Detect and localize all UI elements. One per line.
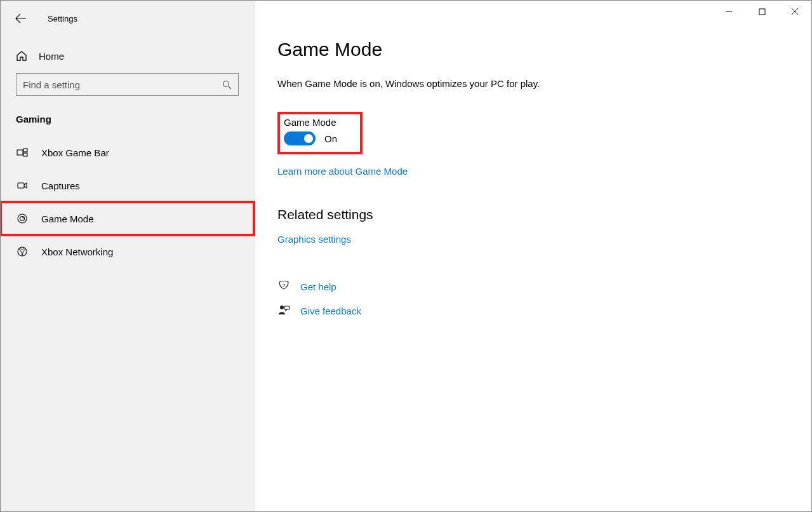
give-feedback-link: Give feedback	[300, 306, 361, 316]
nav-item-xbox-game-bar[interactable]: Xbox Game Bar	[1, 136, 254, 169]
graphics-settings-link[interactable]: Graphics settings	[277, 234, 789, 245]
svg-point-9	[280, 306, 284, 309]
nav-label: Xbox Game Bar	[41, 147, 109, 158]
xbox-icon	[16, 245, 29, 258]
close-button[interactable]	[778, 1, 811, 22]
home-icon	[16, 50, 27, 62]
category-header: Gaming	[16, 114, 239, 136]
home-nav[interactable]: Home	[16, 43, 239, 73]
nav-label: Captures	[41, 180, 80, 191]
toggle-state: On	[324, 133, 337, 144]
learn-more-link[interactable]: Learn more about Game Mode	[277, 166, 789, 177]
home-label: Home	[39, 51, 64, 62]
nav-item-captures[interactable]: Captures	[1, 169, 254, 202]
feedback-icon	[277, 304, 290, 317]
game-mode-toggle[interactable]	[284, 131, 316, 145]
give-feedback-row[interactable]: Give feedback	[277, 304, 789, 317]
nav-item-game-mode[interactable]: Game Mode	[1, 202, 254, 235]
nav-label: Game Mode	[41, 213, 94, 224]
svg-rect-11	[759, 9, 765, 15]
arrow-left-icon	[15, 13, 27, 24]
maximize-button[interactable]	[745, 1, 778, 22]
game-mode-icon	[16, 212, 29, 225]
captures-icon	[16, 179, 29, 192]
page-title: Game Mode	[277, 39, 789, 60]
related-settings-header: Related settings	[277, 207, 789, 222]
svg-rect-3	[23, 153, 27, 156]
close-icon	[791, 8, 799, 15]
app-title: Settings	[48, 14, 77, 24]
search-input[interactable]	[23, 79, 222, 90]
toggle-label: Game Mode	[284, 117, 337, 128]
game-bar-icon	[16, 146, 29, 159]
window-controls	[712, 1, 811, 22]
game-mode-toggle-group: Game Mode On	[277, 112, 363, 154]
get-help-link: Get help	[300, 281, 336, 292]
nav-item-xbox-networking[interactable]: Xbox Networking	[1, 235, 254, 268]
search-icon	[222, 80, 232, 90]
main-panel: Game Mode When Game Mode is on, Windows …	[255, 1, 811, 511]
svg-point-5	[18, 214, 27, 223]
nav-label: Xbox Networking	[41, 246, 113, 257]
minimize-icon	[725, 8, 733, 15]
svg-rect-4	[18, 183, 24, 188]
nav-list: Xbox Game Bar Captures Game Mode Xbox Ne…	[1, 136, 254, 268]
svg-text:?: ?	[283, 283, 286, 288]
description: When Game Mode is on, Windows optimizes …	[277, 78, 789, 89]
svg-rect-1	[17, 150, 23, 155]
svg-point-0	[223, 81, 229, 86]
minimize-button[interactable]	[712, 1, 745, 22]
sidebar: Settings Home Gaming Xbox Game Bar	[1, 1, 255, 511]
help-icon: ?	[277, 280, 290, 293]
titlebar: Settings	[1, 7, 254, 30]
search-box[interactable]	[16, 73, 239, 96]
maximize-icon	[759, 8, 766, 15]
svg-rect-2	[23, 149, 27, 152]
svg-rect-10	[284, 306, 290, 309]
back-button[interactable]	[13, 11, 29, 26]
get-help-row[interactable]: ? Get help	[277, 280, 789, 293]
